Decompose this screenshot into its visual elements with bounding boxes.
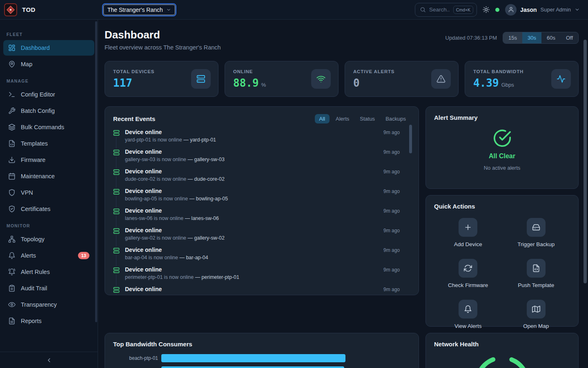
sidebar-scrollbar[interactable] — [95, 21, 97, 322]
event-time: 9m ago — [383, 247, 410, 253]
sidebar: FLEETDashboardMapMANAGEConfig EditorBatc… — [0, 20, 98, 368]
event-detail: bar-ap-04 is now online — bar-ap-04 — [125, 255, 410, 260]
user-menu[interactable]: Jason Super Admin — [505, 4, 580, 16]
sidebar-section-label: MONITOR — [0, 223, 98, 228]
server-icon — [113, 148, 120, 157]
sidebar-item-config-editor[interactable]: Config Editor — [3, 87, 94, 102]
sidebar-item-templates[interactable]: Templates — [3, 136, 94, 151]
quick-actions-panel: Quick Actions Add DeviceTrigger BackupCh… — [425, 195, 579, 327]
event-detail: yard-ptp-01 is now online — yard-ptp-01 — [125, 137, 410, 143]
sidebar-item-label: Dashboard — [21, 45, 50, 51]
theme-toggle-button[interactable] — [483, 6, 490, 13]
stat-label: TOTAL DEVICES — [113, 69, 154, 74]
sidebar-nav: FLEETDashboardMapMANAGEConfig EditorBatc… — [0, 32, 98, 329]
server-icon — [113, 227, 120, 235]
sidebar-item-topology[interactable]: Topology — [3, 231, 94, 247]
activity-icon — [551, 69, 571, 89]
sidebar-collapse-button[interactable] — [0, 352, 98, 368]
quick-actions-grid: Add DeviceTrigger BackupCheck FirmwarePu… — [434, 218, 570, 329]
sidebar-item-batch-config[interactable]: Batch Config — [3, 103, 94, 119]
stat-label: ACTIVE ALERTS — [353, 69, 394, 74]
bandwidth-bar-chart: beach-ptp-01bar-ap-02 — [113, 354, 410, 368]
event-time: 9m ago — [383, 188, 410, 194]
server-icon — [191, 69, 211, 89]
topbar: TOD The Stranger's Ranch Search... Cmd+K — [0, 0, 588, 20]
search-input[interactable]: Search... Cmd+K — [415, 3, 477, 17]
app-logo-icon — [4, 3, 17, 16]
page-title: Dashboard — [105, 29, 221, 41]
org-selector-value: The Stranger's Ranch — [107, 7, 163, 13]
quick-action-check-firmware[interactable]: Check Firmware — [448, 259, 488, 288]
main-scrollbar[interactable] — [584, 40, 587, 283]
server-icon — [113, 266, 120, 274]
event-detail-text: perimeter-ptp-01 is now online — [125, 274, 194, 280]
network-health-title: Network Health — [434, 341, 479, 348]
stat-value: 4.39 — [473, 77, 499, 89]
file-code-icon — [8, 140, 16, 147]
event-detail-text: gallery-sw-02 is now online — [125, 235, 186, 241]
grid-icon — [8, 44, 16, 52]
event-title: Device online — [125, 266, 162, 273]
event-title: Device online — [125, 168, 162, 175]
user-icon — [508, 7, 514, 13]
refresh-option-off[interactable]: Off — [561, 32, 578, 43]
sidebar-item-maintenance[interactable]: Maintenance — [3, 168, 94, 184]
event-time: 9m ago — [383, 267, 410, 273]
search-icon — [420, 7, 426, 13]
refresh-option-30s[interactable]: 30s — [522, 32, 541, 43]
refresh-option-15s[interactable]: 15s — [503, 32, 522, 43]
sidebar-item-label: Firmware — [21, 157, 45, 163]
app-window: TOD The Stranger's Ranch Search... Cmd+K — [0, 0, 588, 368]
calendar-icon — [8, 173, 16, 180]
refresh-option-60s[interactable]: 60s — [541, 32, 561, 43]
sidebar-item-firmware[interactable]: Firmware — [3, 152, 94, 168]
sidebar-item-vpn[interactable]: VPN — [3, 185, 94, 200]
event-time: 9m ago — [383, 169, 410, 175]
check-circle-icon — [493, 129, 512, 148]
event-title: Device online — [125, 188, 162, 194]
sidebar-item-alerts[interactable]: Alerts13 — [3, 248, 94, 263]
server-icon — [113, 286, 120, 294]
sidebar-item-bulk-commands[interactable]: Bulk Commands — [3, 119, 94, 135]
stat-value: 0 — [353, 77, 360, 89]
sidebar-item-label: Topology — [21, 236, 45, 242]
sidebar-item-audit-trail[interactable]: Audit Trail — [3, 280, 94, 296]
sidebar-item-label: Maintenance — [21, 173, 55, 180]
sidebar-item-label: Transparency — [21, 301, 57, 308]
sidebar-item-dashboard[interactable]: Dashboard — [3, 40, 94, 56]
org-selector-dropdown[interactable]: The Stranger's Ranch — [103, 4, 175, 15]
event-title: Device online — [125, 148, 162, 155]
alert-status-text: All Clear — [489, 153, 515, 160]
quick-action-open-map[interactable]: Open Map — [523, 300, 549, 329]
sidebar-item-label: Config Editor — [21, 91, 55, 98]
search-shortcut-badge: Cmd+K — [453, 6, 473, 14]
event-time: 9m ago — [383, 149, 410, 155]
quick-action-add-device[interactable]: Add Device — [454, 218, 482, 247]
main-content: Dashboard Fleet overview across The Stra… — [98, 20, 588, 368]
tab-status[interactable]: Status — [355, 114, 379, 123]
wrench-icon — [8, 107, 16, 114]
quick-action-label: Push Template — [518, 282, 554, 288]
event-detail-ref: — yard-ptp-01 — [183, 137, 216, 143]
sidebar-item-alert-rules[interactable]: Alert Rules — [3, 264, 94, 280]
tab-all[interactable]: All — [315, 114, 330, 123]
events-scrollbar[interactable] — [409, 125, 412, 153]
sidebar-item-certificates[interactable]: Certificates — [3, 201, 94, 217]
sidebar-item-label: Alert Rules — [21, 269, 50, 275]
sidebar-item-label: Templates — [21, 140, 48, 147]
sidebar-item-reports[interactable]: Reports — [3, 313, 94, 329]
quick-action-trigger-backup[interactable]: Trigger Backup — [517, 218, 555, 247]
page-subtitle: Fleet overview across The Stranger's Ran… — [105, 44, 221, 51]
quick-action-view-alerts[interactable]: View Alerts — [454, 300, 482, 329]
event-detail-ref: — bowling-ap-05 — [189, 196, 228, 202]
chevron-left-icon — [46, 357, 52, 364]
event-row: Device online9m agolanes-sw-06 is now on… — [113, 207, 410, 227]
server-icon — [113, 168, 120, 176]
quick-action-push-template[interactable]: Push Template — [518, 259, 554, 288]
sun-icon — [483, 6, 490, 13]
sidebar-item-label: Audit Trail — [21, 285, 47, 292]
tab-alerts[interactable]: Alerts — [331, 114, 354, 123]
sidebar-item-transparency[interactable]: Transparency — [3, 297, 94, 312]
tab-backups[interactable]: Backups — [381, 114, 410, 123]
sidebar-item-map[interactable]: Map — [3, 56, 94, 72]
